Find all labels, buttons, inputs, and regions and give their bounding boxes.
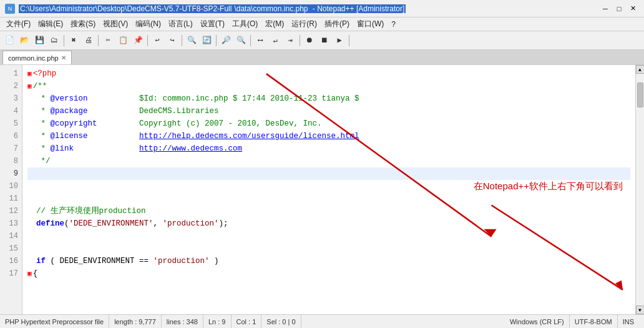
scroll-thumb[interactable]: [637, 82, 643, 107]
sync-scroll-button[interactable]: ⟷: [253, 34, 267, 47]
toolbar-separator-4: [182, 35, 182, 46]
doc-value-license: http://help.dedecms.com/usersguide/licen…: [139, 131, 359, 142]
comment-cn-production: // 生产环境使用production: [36, 206, 146, 217]
keyword-define: define: [36, 218, 64, 230]
code-line-7: * @link http://www.dedecms.com: [27, 142, 630, 155]
line-number-7: 7: [4, 142, 18, 155]
menu-item-r[interactable]: 运行(R): [288, 17, 321, 31]
plain-if-cond: ( DEDE_ENVIRONMENT ==: [46, 256, 154, 267]
plain-if-close: ): [210, 256, 219, 267]
menu-item-w[interactable]: 窗口(W): [353, 17, 388, 31]
minimize-button[interactable]: ─: [599, 2, 612, 15]
tab-bar: common.inc.php✕: [0, 50, 644, 65]
status-line-ending: Windows (CR LF): [505, 315, 570, 328]
comment-spacer2: [88, 106, 140, 117]
close-tab-button[interactable]: ✖: [67, 34, 80, 47]
indent-button[interactable]: ⇥: [283, 34, 297, 47]
copy-button[interactable]: 📋: [116, 34, 130, 47]
save-button[interactable]: 💾: [32, 34, 46, 47]
app-icon: N: [5, 4, 15, 14]
menu-bar: 文件(F)编辑(E)搜索(S)视图(V)编码(N)语言(L)设置(T)工具(O)…: [0, 17, 644, 31]
line-number-14: 14: [4, 230, 18, 242]
macro-play-button[interactable]: ▶: [333, 34, 346, 47]
comment-spacer4: [88, 131, 140, 142]
code-line-1: ▣<?php: [27, 67, 630, 80]
zoom-out-button[interactable]: 🔍: [234, 34, 248, 47]
line-number-4: 4: [4, 105, 18, 117]
doc-tag-version: @version: [51, 93, 88, 105]
plain-comma: ,: [154, 218, 163, 230]
menu-item-f[interactable]: 文件(F): [2, 17, 34, 31]
php-open-tag: <?php: [33, 68, 57, 80]
line-numbers: 1234567891011121314151617: [0, 65, 22, 314]
line-number-17: 17: [4, 267, 18, 280]
menu-item-v[interactable]: 视图(V): [99, 17, 132, 31]
maximize-button[interactable]: □: [613, 2, 625, 15]
vertical-scrollbar[interactable]: ▲ ▼: [635, 65, 644, 314]
keyword-if: if: [36, 256, 46, 267]
comment-version: *: [36, 93, 51, 105]
menu-item-m[interactable]: 宏(M): [261, 17, 288, 31]
code-line-17: ▣{: [27, 267, 630, 280]
status-length: length : 9,777: [109, 315, 162, 328]
tab-common-inc-php[interactable]: common.inc.php✕: [2, 51, 72, 64]
paste-button[interactable]: 📌: [131, 34, 145, 47]
code-line-3: * @version $Id: common.inc.php $ 17:44 2…: [27, 92, 630, 105]
window-controls[interactable]: ─ □ ✕: [599, 2, 639, 15]
code-line-16: if ( DEDE_ENVIRONMENT == 'production' ): [27, 255, 630, 267]
toolbar-separator-6: [250, 35, 251, 46]
new-file-button[interactable]: 📄: [2, 34, 16, 47]
redo-button[interactable]: ↪: [165, 34, 179, 47]
comment-spacer5: [74, 143, 139, 155]
status-lines: lines : 348: [162, 315, 203, 328]
menu-item-o[interactable]: 工具(O): [228, 17, 261, 31]
doc-value-link: http://www.dedecms.com: [139, 143, 242, 155]
find-button[interactable]: 🔍: [185, 34, 198, 47]
editor-wrapper[interactable]: ▣<?php▣/** * @version $Id: common.inc.ph…: [22, 65, 635, 314]
save-all-button[interactable]: 🗂: [47, 34, 61, 47]
comment-close: */: [36, 156, 51, 167]
scroll-up-button[interactable]: ▲: [636, 65, 645, 74]
macro-stop-button[interactable]: ⏹: [318, 34, 331, 47]
macro-record-button[interactable]: ⏺: [303, 34, 316, 47]
open-file-button[interactable]: 📂: [17, 34, 31, 47]
menu-item-[interactable]: ?: [388, 19, 399, 30]
code-line-4: * @package DedeCMS.Libraries: [27, 105, 630, 117]
line-number-5: 5: [4, 117, 18, 130]
code-line-9: [27, 167, 630, 180]
scroll-down-button[interactable]: ▼: [636, 306, 645, 314]
comment-pkg: *: [36, 106, 51, 117]
code-line-15: [27, 242, 630, 255]
line-number-11: 11: [4, 192, 18, 205]
word-wrap-button[interactable]: ↵: [268, 34, 282, 47]
find-replace-button[interactable]: 🔄: [200, 34, 213, 47]
title-bar: N C:\Users\Administrator\Desktop\DedeCMS…: [0, 0, 644, 17]
toolbar-separator-3: [147, 35, 148, 46]
close-button[interactable]: ✕: [627, 2, 639, 15]
doc-tag-copyright: @copyright: [51, 118, 97, 130]
zoom-in-button[interactable]: 🔎: [219, 34, 233, 47]
doc-tag-license: @license: [51, 131, 88, 142]
line-number-9: 9: [4, 167, 18, 180]
menu-item-e[interactable]: 编辑(E): [34, 17, 67, 31]
cut-button[interactable]: ✂: [101, 34, 115, 47]
toolbar-separator-1: [64, 35, 64, 46]
toolbar: 📄 📂 💾 🗂 ✖ 🖨 ✂ 📋 📌 ↩ ↪ 🔍 🔄 🔎 🔍 ⟷ ↵ ⇥ ⏺ ⏹ …: [0, 31, 644, 50]
code-line-11: [27, 192, 630, 205]
code-line-8: */: [27, 155, 630, 167]
doc-value-copyright: Copyright (c) 2007 - 2010, DesDev, Inc.: [139, 118, 322, 130]
menu-item-p[interactable]: 插件(P): [321, 17, 353, 31]
menu-item-t[interactable]: 设置(T): [197, 17, 228, 31]
status-mode: INS: [618, 315, 639, 328]
menu-item-n[interactable]: 编码(N): [132, 17, 165, 31]
print-button[interactable]: 🖨: [82, 34, 95, 47]
menu-item-l[interactable]: 语言(L): [165, 17, 197, 31]
comment-spacer3: [97, 118, 140, 130]
plain-paren: (: [64, 218, 69, 230]
undo-button[interactable]: ↩: [150, 34, 164, 47]
bookmark-icon: ▣: [27, 69, 32, 79]
tab-close-icon[interactable]: ✕: [61, 54, 66, 61]
menu-item-s[interactable]: 搜索(S): [67, 17, 99, 31]
toolbar-separator-5: [216, 35, 217, 46]
plain-close: );: [219, 218, 228, 230]
